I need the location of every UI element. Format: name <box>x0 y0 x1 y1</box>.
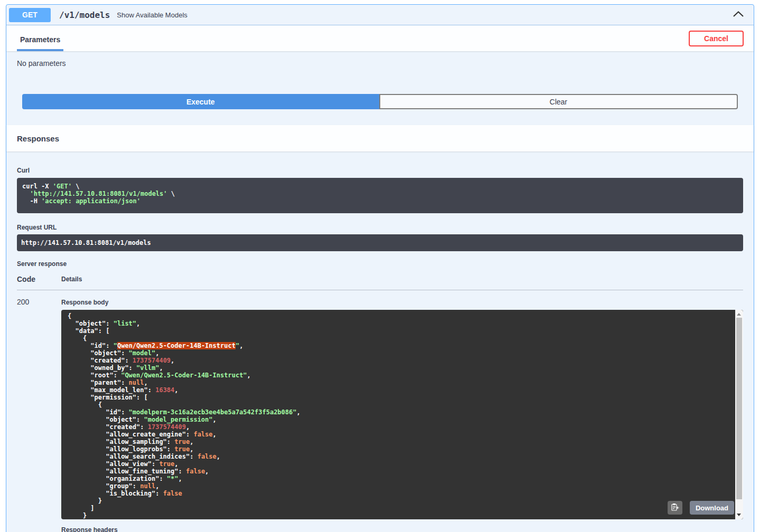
response-body-scrollbar[interactable] <box>735 310 743 519</box>
responses-body: Curl curl -X 'GET' \ 'http://141.57.10.8… <box>6 151 754 532</box>
scrollbar-down-arrow[interactable] <box>737 514 741 516</box>
tab-parameters[interactable]: Parameters <box>17 35 63 51</box>
no-parameters-message: No parameters <box>6 51 754 68</box>
response-row-200: 200 Response body { "object": "list", "d… <box>17 290 743 532</box>
scrollbar-thumb[interactable] <box>736 318 742 499</box>
request-url-label: Request URL <box>17 224 743 231</box>
endpoint-description: Show Available Models <box>117 11 187 19</box>
operation-block-get-v1-models: GET /v1/models Show Available Models Par… <box>6 4 754 532</box>
response-body-block[interactable]: { "object": "list", "data": [ { "id": "Q… <box>61 310 743 519</box>
http-method-badge: GET <box>9 8 51 22</box>
response-body-label: Response body <box>61 299 743 306</box>
clear-button[interactable]: Clear <box>379 94 738 109</box>
scrollbar-up-arrow[interactable] <box>737 313 741 316</box>
copy-response-button[interactable] <box>668 501 682 515</box>
request-url-value: http://141.57.10.81:8081/v1/models <box>17 234 743 251</box>
curl-label: Curl <box>17 167 743 174</box>
response-body-controls: Download <box>668 501 734 515</box>
cancel-button[interactable]: Cancel <box>689 31 744 46</box>
details-column-header: Details <box>61 276 82 283</box>
code-column-header: Code <box>17 275 61 283</box>
operation-summary[interactable]: GET /v1/models Show Available Models <box>6 5 754 25</box>
curl-command-block[interactable]: curl -X 'GET' \ 'http://141.57.10.81:808… <box>17 178 743 213</box>
collapse-button[interactable] <box>730 10 746 20</box>
server-response-label: Server response <box>17 260 743 268</box>
parameters-header: Parameters Cancel <box>6 25 754 51</box>
endpoint-path: /v1/models <box>59 10 110 20</box>
responses-title: Responses <box>17 134 59 143</box>
response-headers-label: Response headers <box>61 526 743 532</box>
download-button[interactable]: Download <box>690 501 734 515</box>
execute-button[interactable]: Execute <box>22 94 379 109</box>
execute-row: Execute Clear <box>22 94 738 109</box>
responses-header: Responses <box>6 125 754 151</box>
status-code: 200 <box>17 298 61 532</box>
response-details: Response body { "object": "list", "data"… <box>61 298 743 532</box>
chevron-up-icon <box>733 11 744 19</box>
response-table-header: Code Details <box>17 268 743 290</box>
clipboard-copy-icon <box>671 502 679 513</box>
response-body-json: { "object": "list", "data": [ { "id": "Q… <box>68 312 737 519</box>
